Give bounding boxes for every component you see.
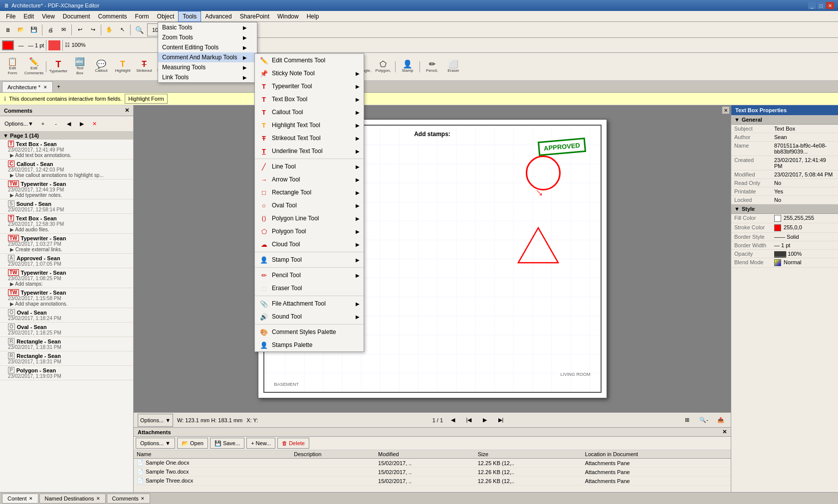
comment-markup-arrow: ▶ — [243, 55, 247, 60]
rectangle-arrow: ▶ — [356, 190, 360, 195]
submenu-pencil[interactable]: ✏ Pencil Tool ▶ — [255, 269, 364, 282]
sticky-note-submenu-icon: 📌 — [259, 68, 269, 78]
stamps-palette-label: Stamps Palette — [272, 341, 312, 348]
eraser-submenu-label: Eraser Tool — [272, 285, 302, 292]
rectangle-submenu-icon: □ — [259, 187, 269, 197]
submenu-typewriter[interactable]: T Typewriter Tool ▶ — [255, 80, 364, 93]
submenu-highlight[interactable]: T Highlight Text Tool ▶ — [255, 119, 364, 132]
highlight-submenu-label: Highlight Text Tool — [272, 122, 320, 129]
submenu-polygon[interactable]: ⬠ Polygon Tool ▶ — [255, 225, 364, 238]
sticky-note-submenu-label: Sticky Note Tool — [272, 70, 315, 77]
submenu-callout[interactable]: T Callout Tool ▶ — [255, 106, 364, 119]
submenu-cloud[interactable]: ☁ Cloud Tool ▶ — [255, 238, 364, 251]
submenu-edit-comments[interactable]: ✏️ Edit Comments Tool — [255, 54, 364, 67]
line-arrow: ▶ — [356, 164, 360, 169]
oval-submenu-icon: ○ — [259, 200, 269, 210]
line-submenu-label: Line Tool — [272, 163, 296, 170]
content-editing-label: Content Editing Tools — [162, 44, 218, 51]
strikeout-submenu-icon: T — [259, 133, 269, 143]
callout-arrow: ▶ — [356, 110, 360, 115]
submenu-sep3 — [255, 267, 364, 268]
submenu-comment-styles[interactable]: 🎨 Comment Styles Palette — [255, 326, 364, 338]
submenu-sep4 — [255, 296, 364, 296]
edit-comments-submenu-label: Edit Comments Tool — [272, 57, 325, 64]
content-editing-arrow: ▶ — [243, 45, 247, 50]
menu-item-measuring[interactable]: Measuring Tools ▶ — [158, 62, 257, 72]
line-submenu-icon: ╱ — [259, 162, 269, 171]
submenu-polyline[interactable]: ⟨⟩ Polygon Line Tool ▶ — [255, 212, 364, 225]
submenu-rectangle[interactable]: □ Rectangle Tool ▶ — [255, 186, 364, 199]
edit-comments-submenu-icon: ✏️ — [259, 55, 269, 65]
strikeout-arrow: ▶ — [356, 136, 360, 141]
menu-item-zoom-tools[interactable]: Zoom Tools ▶ — [158, 32, 257, 42]
polyline-arrow: ▶ — [356, 216, 360, 221]
submenu-line[interactable]: ╱ Line Tool ▶ — [255, 160, 364, 173]
comment-styles-icon: 🎨 — [259, 327, 269, 337]
stamp-submenu-label: Stamp Tool — [272, 256, 302, 263]
submenu-oval[interactable]: ○ Oval Tool ▶ — [255, 199, 364, 212]
submenu-sep1 — [255, 159, 364, 159]
link-tools-label: Link Tools — [162, 74, 189, 81]
zoom-tools-arrow: ▶ — [243, 35, 247, 40]
polygon-arrow: ▶ — [356, 229, 360, 234]
arrow-submenu-label: Arrow Tool — [272, 176, 300, 183]
highlight-arrow: ▶ — [356, 123, 360, 128]
zoom-tools-label: Zoom Tools — [162, 34, 193, 41]
pencil-submenu-icon: ✏ — [259, 270, 269, 280]
file-attachment-submenu-label: File Attachment Tool — [272, 300, 326, 307]
strikeout-submenu-label: Strikeout Text Tool — [272, 135, 321, 142]
comment-markup-label: Comment And Markup Tools — [162, 54, 237, 61]
comment-markup-submenu: ✏️ Edit Comments Tool 📌 Sticky Note Tool… — [254, 53, 364, 352]
callout-submenu-icon: T — [259, 107, 269, 117]
measuring-label: Measuring Tools — [162, 64, 206, 71]
submenu-arrow[interactable]: → Arrow Tool ▶ — [255, 173, 364, 186]
file-attachment-arrow: ▶ — [356, 301, 360, 307]
stamps-palette-icon: 👤 — [259, 340, 269, 350]
underline-arrow: ▶ — [356, 149, 360, 154]
stamp-submenu-icon: 👤 — [259, 255, 269, 265]
link-tools-arrow: ▶ — [243, 75, 247, 80]
callout-submenu-label: Callout Tool — [272, 109, 303, 116]
menu-item-comment-markup[interactable]: Comment And Markup Tools ▶ — [158, 52, 257, 62]
comment-styles-label: Comment Styles Palette — [272, 329, 336, 336]
submenu-strikeout[interactable]: T Strikeout Text Tool ▶ — [255, 132, 364, 145]
file-attachment-submenu-icon: 📎 — [259, 299, 269, 309]
highlight-submenu-icon: T — [259, 120, 269, 130]
menu-item-basic-tools[interactable]: Basic Tools ▶ — [158, 22, 257, 32]
underline-submenu-icon: T — [259, 146, 269, 156]
submenu-eraser[interactable]: ◻ Eraser Tool — [255, 282, 364, 295]
submenu-sep2 — [255, 252, 364, 252]
menu-item-content-editing[interactable]: Content Editing Tools ▶ — [158, 42, 257, 52]
sound-submenu-label: Sound Tool — [272, 313, 302, 320]
cloud-submenu-label: Cloud Tool — [272, 241, 300, 248]
menu-item-link[interactable]: Link Tools ▶ — [158, 72, 257, 82]
submenu-sticky-note[interactable]: 📌 Sticky Note Tool ▶ — [255, 67, 364, 80]
submenu-file-attachment[interactable]: 📎 File Attachment Tool ▶ — [255, 297, 364, 310]
submenu-underline[interactable]: T Underline Text Tool ▶ — [255, 145, 364, 158]
submenu-textbox[interactable]: T Text Box Tool ▶ — [255, 93, 364, 106]
typewriter-arrow: ▶ — [356, 84, 360, 89]
submenu-sep5 — [255, 324, 364, 325]
sound-arrow: ▶ — [356, 314, 360, 320]
typewriter-submenu-label: Typewriter Tool — [272, 83, 312, 90]
textbox-submenu-label: Text Box Tool — [272, 96, 307, 103]
basic-tools-label: Basic Tools — [162, 24, 192, 31]
underline-submenu-label: Underline Text Tool — [272, 148, 323, 155]
rectangle-submenu-label: Rectangle Tool — [272, 189, 311, 196]
sound-submenu-icon: 🔊 — [259, 312, 269, 322]
oval-submenu-label: Oval Tool — [272, 202, 297, 209]
measuring-arrow: ▶ — [243, 65, 247, 70]
polyline-submenu-icon: ⟨⟩ — [259, 213, 269, 223]
submenu-stamps-palette[interactable]: 👤 Stamps Palette — [255, 338, 364, 351]
pencil-arrow: ▶ — [356, 273, 360, 278]
menu-overlay[interactable]: Basic Tools ▶ Zoom Tools ▶ Content Editi… — [0, 0, 838, 504]
submenu-stamp[interactable]: 👤 Stamp Tool ▶ — [255, 253, 364, 266]
oval-arrow: ▶ — [356, 203, 360, 208]
stamp-arrow: ▶ — [356, 257, 360, 263]
arrow-submenu-arrow: ▶ — [356, 177, 360, 182]
arrow-submenu-icon: → — [259, 174, 269, 184]
submenu-sound[interactable]: 🔊 Sound Tool ▶ — [255, 310, 364, 323]
sticky-note-arrow: ▶ — [356, 71, 360, 76]
tools-dropdown-menu: Basic Tools ▶ Zoom Tools ▶ Content Editi… — [158, 22, 257, 83]
textbox-arrow: ▶ — [356, 97, 360, 102]
